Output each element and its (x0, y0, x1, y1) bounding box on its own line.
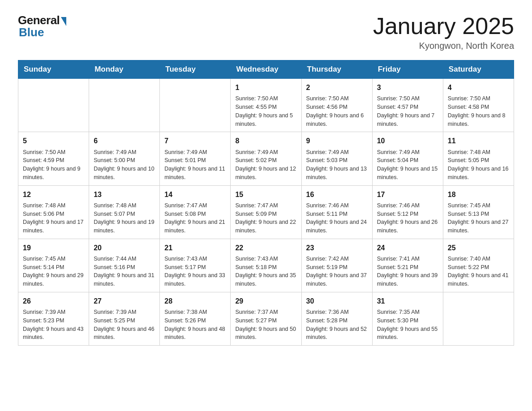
calendar-cell: 15Sunrise: 7:47 AM Sunset: 5:09 PM Dayli… (231, 185, 301, 239)
calendar-header-wednesday: Wednesday (231, 60, 301, 79)
calendar-cell: 24Sunrise: 7:41 AM Sunset: 5:21 PM Dayli… (372, 239, 443, 292)
calendar-cell: 13Sunrise: 7:48 AM Sunset: 5:07 PM Dayli… (89, 185, 160, 239)
calendar-cell: 21Sunrise: 7:43 AM Sunset: 5:17 PM Dayli… (160, 239, 231, 292)
calendar-week-row: 19Sunrise: 7:45 AM Sunset: 5:14 PM Dayli… (18, 239, 514, 292)
day-number: 23 (306, 243, 368, 253)
calendar-cell: 2Sunrise: 7:50 AM Sunset: 4:56 PM Daylig… (301, 79, 372, 132)
calendar-week-row: 5Sunrise: 7:50 AM Sunset: 4:59 PM Daylig… (18, 132, 514, 185)
calendar-cell (443, 292, 514, 345)
calendar-cell: 22Sunrise: 7:43 AM Sunset: 5:18 PM Dayli… (231, 239, 301, 292)
calendar-cell: 20Sunrise: 7:44 AM Sunset: 5:16 PM Dayli… (89, 239, 160, 292)
calendar-cell: 9Sunrise: 7:49 AM Sunset: 5:03 PM Daylig… (301, 132, 372, 185)
day-info: Sunrise: 7:50 AM Sunset: 4:59 PM Dayligh… (23, 148, 84, 182)
calendar-header-tuesday: Tuesday (160, 60, 231, 79)
logo-arrow-icon (61, 17, 66, 26)
calendar-cell: 7Sunrise: 7:49 AM Sunset: 5:01 PM Daylig… (160, 132, 231, 185)
day-info: Sunrise: 7:49 AM Sunset: 5:02 PM Dayligh… (235, 148, 296, 182)
calendar-cell (18, 79, 89, 132)
day-info: Sunrise: 7:49 AM Sunset: 5:04 PM Dayligh… (377, 148, 438, 182)
day-info: Sunrise: 7:47 AM Sunset: 5:08 PM Dayligh… (164, 201, 226, 235)
day-info: Sunrise: 7:38 AM Sunset: 5:26 PM Dayligh… (164, 308, 226, 342)
calendar-cell: 11Sunrise: 7:48 AM Sunset: 5:05 PM Dayli… (443, 132, 514, 185)
day-number: 4 (448, 82, 509, 93)
day-info: Sunrise: 7:50 AM Sunset: 4:55 PM Dayligh… (235, 94, 296, 128)
day-info: Sunrise: 7:49 AM Sunset: 5:03 PM Dayligh… (306, 148, 368, 182)
calendar-header-thursday: Thursday (301, 60, 372, 79)
calendar-cell: 18Sunrise: 7:45 AM Sunset: 5:13 PM Dayli… (443, 185, 514, 239)
calendar-header-saturday: Saturday (443, 60, 514, 79)
day-info: Sunrise: 7:43 AM Sunset: 5:18 PM Dayligh… (235, 255, 296, 288)
calendar-cell (89, 79, 160, 132)
calendar-week-row: 26Sunrise: 7:39 AM Sunset: 5:23 PM Dayli… (18, 292, 514, 345)
day-info: Sunrise: 7:41 AM Sunset: 5:21 PM Dayligh… (377, 255, 438, 288)
day-number: 24 (377, 243, 438, 253)
calendar-cell: 17Sunrise: 7:46 AM Sunset: 5:12 PM Dayli… (372, 185, 443, 239)
calendar-cell: 26Sunrise: 7:39 AM Sunset: 5:23 PM Dayli… (18, 292, 89, 345)
day-info: Sunrise: 7:37 AM Sunset: 5:27 PM Dayligh… (235, 308, 296, 342)
title-block: January 2025 Kyongwon, North Korea (373, 13, 514, 51)
day-info: Sunrise: 7:46 AM Sunset: 5:11 PM Dayligh… (306, 201, 368, 235)
calendar-table: SundayMondayTuesdayWednesdayThursdayFrid… (18, 60, 514, 346)
calendar-cell: 28Sunrise: 7:38 AM Sunset: 5:26 PM Dayli… (160, 292, 231, 345)
day-info: Sunrise: 7:42 AM Sunset: 5:19 PM Dayligh… (306, 255, 368, 288)
day-info: Sunrise: 7:45 AM Sunset: 5:14 PM Dayligh… (23, 255, 84, 288)
calendar-cell: 29Sunrise: 7:37 AM Sunset: 5:27 PM Dayli… (231, 292, 301, 345)
day-number: 10 (377, 136, 438, 146)
day-info: Sunrise: 7:45 AM Sunset: 5:13 PM Dayligh… (448, 201, 509, 235)
day-number: 16 (306, 189, 368, 200)
day-number: 20 (94, 243, 155, 253)
day-number: 2 (306, 82, 368, 93)
day-info: Sunrise: 7:48 AM Sunset: 5:06 PM Dayligh… (23, 201, 84, 235)
day-number: 30 (306, 296, 368, 306)
calendar-cell: 1Sunrise: 7:50 AM Sunset: 4:55 PM Daylig… (231, 79, 301, 132)
month-title: January 2025 (373, 13, 514, 39)
day-info: Sunrise: 7:35 AM Sunset: 5:30 PM Dayligh… (377, 308, 438, 342)
calendar-cell: 23Sunrise: 7:42 AM Sunset: 5:19 PM Dayli… (301, 239, 372, 292)
calendar-cell: 4Sunrise: 7:50 AM Sunset: 4:58 PM Daylig… (443, 79, 514, 132)
calendar-cell: 8Sunrise: 7:49 AM Sunset: 5:02 PM Daylig… (231, 132, 301, 185)
day-number: 22 (235, 243, 296, 253)
day-number: 29 (235, 296, 296, 306)
day-number: 3 (377, 82, 438, 93)
calendar-cell: 14Sunrise: 7:47 AM Sunset: 5:08 PM Dayli… (160, 185, 231, 239)
day-number: 14 (164, 189, 226, 200)
day-info: Sunrise: 7:46 AM Sunset: 5:12 PM Dayligh… (377, 201, 438, 235)
day-number: 17 (377, 189, 438, 200)
day-number: 26 (23, 296, 84, 306)
calendar-week-row: 1Sunrise: 7:50 AM Sunset: 4:55 PM Daylig… (18, 79, 514, 132)
calendar-cell: 10Sunrise: 7:49 AM Sunset: 5:04 PM Dayli… (372, 132, 443, 185)
day-info: Sunrise: 7:50 AM Sunset: 4:57 PM Dayligh… (377, 94, 438, 128)
day-info: Sunrise: 7:48 AM Sunset: 5:05 PM Dayligh… (448, 148, 509, 182)
logo: General Blue (18, 13, 66, 39)
calendar-week-row: 12Sunrise: 7:48 AM Sunset: 5:06 PM Dayli… (18, 185, 514, 239)
day-number: 9 (306, 136, 368, 146)
day-number: 28 (164, 296, 226, 306)
day-number: 15 (235, 189, 296, 200)
calendar-cell: 30Sunrise: 7:36 AM Sunset: 5:28 PM Dayli… (301, 292, 372, 345)
calendar-cell: 19Sunrise: 7:45 AM Sunset: 5:14 PM Dayli… (18, 239, 89, 292)
calendar-cell: 16Sunrise: 7:46 AM Sunset: 5:11 PM Dayli… (301, 185, 372, 239)
day-info: Sunrise: 7:40 AM Sunset: 5:22 PM Dayligh… (448, 255, 509, 288)
day-number: 8 (235, 136, 296, 146)
page-header: General Blue January 2025 Kyongwon, Nort… (18, 13, 514, 51)
calendar-cell: 12Sunrise: 7:48 AM Sunset: 5:06 PM Dayli… (18, 185, 89, 239)
calendar-cell: 6Sunrise: 7:49 AM Sunset: 5:00 PM Daylig… (89, 132, 160, 185)
day-info: Sunrise: 7:48 AM Sunset: 5:07 PM Dayligh… (94, 201, 155, 235)
location: Kyongwon, North Korea (373, 41, 514, 51)
logo-blue-text: Blue (19, 26, 44, 39)
day-info: Sunrise: 7:49 AM Sunset: 5:00 PM Dayligh… (94, 148, 155, 182)
day-number: 18 (448, 189, 509, 200)
day-number: 25 (448, 243, 509, 253)
calendar-cell: 31Sunrise: 7:35 AM Sunset: 5:30 PM Dayli… (372, 292, 443, 345)
day-number: 7 (164, 136, 226, 146)
day-info: Sunrise: 7:49 AM Sunset: 5:01 PM Dayligh… (164, 148, 226, 182)
calendar-cell: 5Sunrise: 7:50 AM Sunset: 4:59 PM Daylig… (18, 132, 89, 185)
day-info: Sunrise: 7:43 AM Sunset: 5:17 PM Dayligh… (164, 255, 226, 288)
day-info: Sunrise: 7:39 AM Sunset: 5:23 PM Dayligh… (23, 308, 84, 342)
day-number: 5 (23, 136, 84, 146)
day-number: 13 (94, 189, 155, 200)
day-number: 12 (23, 189, 84, 200)
day-number: 11 (448, 136, 509, 146)
calendar-header-row: SundayMondayTuesdayWednesdayThursdayFrid… (18, 60, 514, 79)
day-info: Sunrise: 7:39 AM Sunset: 5:25 PM Dayligh… (94, 308, 155, 342)
